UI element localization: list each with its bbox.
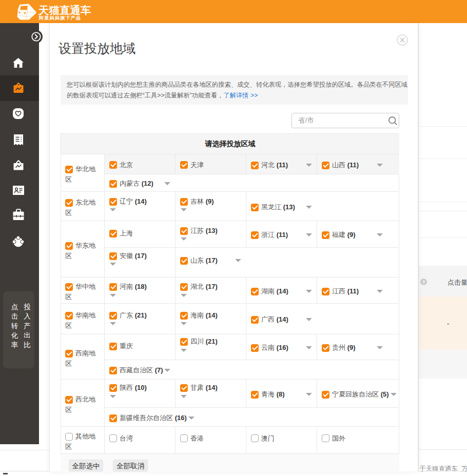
svg-text:?: ? — [422, 279, 425, 285]
